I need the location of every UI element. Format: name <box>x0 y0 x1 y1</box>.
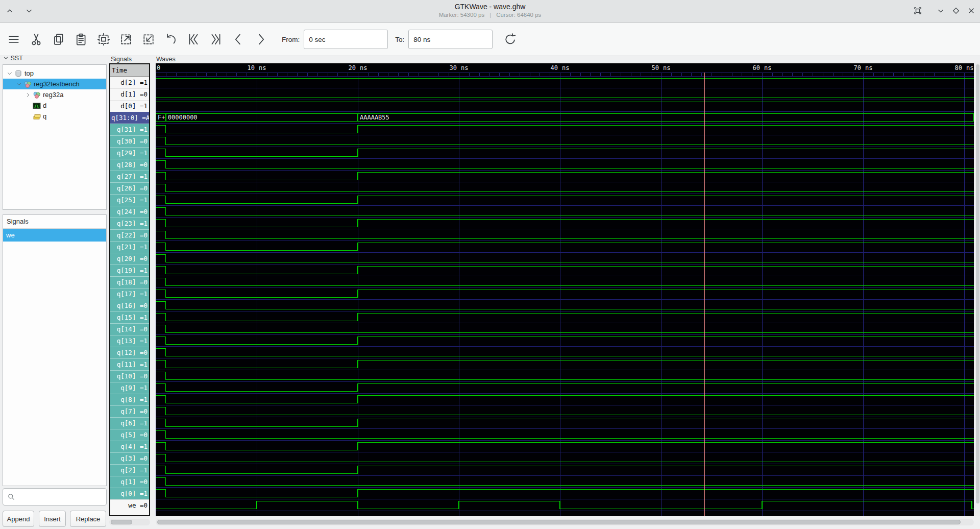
signal-row-q[10][interactable]: q[10] =0 <box>110 370 149 382</box>
tree-item-label: reg32testbench <box>32 80 82 88</box>
signal-row-q[21][interactable]: q[21] =1 <box>110 241 149 253</box>
signal-row-d[1][interactable]: d[1] =0 <box>110 88 149 100</box>
zoom-box-icon <box>913 6 923 16</box>
sidebar-item-reg32a[interactable]: reg32a <box>3 89 106 100</box>
wave-trace <box>156 337 974 345</box>
signals-list-item-we[interactable]: we <box>3 229 106 242</box>
minimize-button[interactable] <box>933 3 948 18</box>
to-input[interactable] <box>408 30 493 49</box>
zoom-out-button[interactable] <box>117 31 135 48</box>
collapse-chevron-icon[interactable] <box>3 55 9 61</box>
signal-row-q[14][interactable]: q[14] =0 <box>110 323 149 335</box>
canvas-hscrollbar-thumb[interactable] <box>157 520 961 524</box>
names-hscrollbar-thumb[interactable] <box>111 520 132 524</box>
signal-row-q[2][interactable]: q[2] =1 <box>110 464 149 476</box>
sidebar-item-top[interactable]: top <box>3 68 106 79</box>
sidebar-item-d[interactable]: d <box>3 100 106 111</box>
replace-button[interactable]: Replace <box>70 511 106 527</box>
signal-row-q[11][interactable]: q[11] =1 <box>110 358 149 370</box>
signal-row-q[31:0][interactable]: q[31:0] =A <box>110 112 149 124</box>
wave-trace <box>156 243 974 251</box>
signal-row-we[interactable]: we =0 <box>110 499 149 511</box>
signal-row-q[17][interactable]: q[17] =1 <box>110 288 149 300</box>
signal-row-q[22][interactable]: q[22] =0 <box>110 229 149 241</box>
signal-row-q[6][interactable]: q[6] =1 <box>110 417 149 429</box>
signal-row-q[28][interactable]: q[28] =0 <box>110 159 149 171</box>
signal-row-q[7][interactable]: q[7] =0 <box>110 405 149 417</box>
signal-row-q[1][interactable]: q[1] =0 <box>110 476 149 488</box>
wave-trace <box>156 454 974 462</box>
waves-frame-label: Waves <box>156 56 176 63</box>
signal-row-q[5][interactable]: q[5] =0 <box>110 429 149 441</box>
zoom-fit-button[interactable] <box>95 31 112 48</box>
zoom-end-icon <box>209 32 223 46</box>
paste-button[interactable] <box>72 31 90 48</box>
canvas-vscrollbar-thumb[interactable] <box>976 64 979 503</box>
signal-row-q[27][interactable]: q[27] =1 <box>110 171 149 182</box>
signal-row-q[9][interactable]: q[9] =1 <box>110 382 149 394</box>
insert-button[interactable]: Insert <box>39 511 66 527</box>
zoom-in-button[interactable] <box>140 31 157 48</box>
close-icon <box>967 6 976 15</box>
signal-row-q[13][interactable]: q[13] =1 <box>110 335 149 347</box>
signal-q-icon <box>33 112 41 121</box>
tree-spacer <box>24 113 32 120</box>
signal-row-q[4][interactable]: q[4] =1 <box>110 441 149 452</box>
signal-row-q[23][interactable]: q[23] =1 <box>110 218 149 229</box>
expander-closed-icon[interactable] <box>24 91 32 99</box>
cut-button[interactable] <box>28 31 45 48</box>
waveform-svg: F+00000000AAAAAB55 <box>156 63 974 516</box>
zoom-box-button[interactable] <box>910 3 925 18</box>
signal-row-d[2][interactable]: d[2] =1 <box>110 77 149 88</box>
signal-row-q[15][interactable]: q[15] =1 <box>110 311 149 323</box>
signal-row-q[8][interactable]: q[8] =1 <box>110 394 149 405</box>
title-area: GTKWave - wave.ghw Marker: 54300 ps|Curs… <box>0 3 980 18</box>
from-input[interactable] <box>304 30 388 49</box>
wave-trace <box>156 173 974 180</box>
signal-row-d[0][interactable]: d[0] =1 <box>110 100 149 112</box>
canvas-vscrollbar[interactable] <box>975 63 980 516</box>
signal-name-rows: d[2] =1d[1] =0d[0] =1q[31:0] =Aq[31] =1q… <box>110 77 149 511</box>
wave-trace <box>156 302 974 309</box>
sidebar-item-reg32testbench[interactable]: reg32testbench <box>3 79 106 89</box>
shift-left-button[interactable] <box>230 31 247 48</box>
menu-button[interactable] <box>5 31 22 48</box>
close-button[interactable] <box>964 3 979 18</box>
undo-button[interactable] <box>162 31 180 48</box>
signal-row-q[0][interactable]: q[0] =1 <box>110 488 149 499</box>
canvas-hscrollbar[interactable] <box>156 519 974 525</box>
reload-button[interactable] <box>502 31 519 48</box>
signal-search-input[interactable] <box>3 488 107 506</box>
menu-icon <box>7 32 21 46</box>
wave-trace <box>156 384 974 392</box>
zoom-end-button[interactable] <box>207 31 225 48</box>
signal-row-q[12][interactable]: q[12] =0 <box>110 347 149 358</box>
expander-open-icon[interactable] <box>15 81 22 88</box>
shift-right-button[interactable] <box>252 31 270 48</box>
minimize-icon <box>936 6 945 15</box>
signal-row-q[24][interactable]: q[24] =0 <box>110 206 149 218</box>
signal-row-q[26][interactable]: q[26] =0 <box>110 182 149 194</box>
sidebar-item-q[interactable]: q <box>3 111 106 122</box>
maximize-button[interactable] <box>948 3 964 18</box>
zoom-out-icon <box>119 32 133 46</box>
signal-row-q[16][interactable]: q[16] =0 <box>110 300 149 311</box>
signal-row-q[18][interactable]: q[18] =0 <box>110 276 149 288</box>
wave-trace <box>156 431 974 439</box>
copy-button[interactable] <box>50 31 67 48</box>
signal-row-q[20][interactable]: q[20] =0 <box>110 253 149 264</box>
signal-row-q[19][interactable]: q[19] =1 <box>110 264 149 276</box>
wave-trace <box>156 126 974 133</box>
wave-canvas[interactable]: F+00000000AAAAAB55010ns20ns30ns40ns50ns6… <box>156 63 974 516</box>
signal-row-q[31][interactable]: q[31] =1 <box>110 124 149 135</box>
zoom-start-button[interactable] <box>185 31 202 48</box>
signal-row-q[29][interactable]: q[29] =1 <box>110 147 149 159</box>
signal-row-q[25][interactable]: q[25] =1 <box>110 194 149 206</box>
signal-row-q[3][interactable]: q[3] =0 <box>110 452 149 464</box>
sst-label-text: SST <box>10 55 22 62</box>
signal-row-q[30][interactable]: q[30] =0 <box>110 135 149 147</box>
expander-open-icon[interactable] <box>6 70 13 77</box>
names-hscrollbar[interactable] <box>109 519 150 525</box>
append-button[interactable]: Append <box>3 511 34 527</box>
wave-trace <box>156 325 974 333</box>
